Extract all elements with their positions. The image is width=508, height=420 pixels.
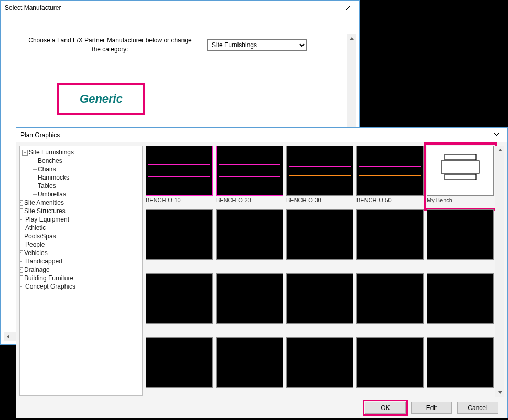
thumbnail-cell[interactable] [356, 209, 424, 271]
thumbnail-cell[interactable] [146, 273, 213, 335]
dialog-buttons: OK Edit Cancel [365, 402, 498, 414]
thumbnail-cell[interactable] [286, 209, 353, 271]
scroll-up-button[interactable] [495, 146, 504, 154]
chevron-up-icon [498, 149, 502, 151]
thumbnail-preview [216, 337, 283, 388]
tree-node[interactable]: +Vehicles [19, 249, 141, 257]
thumbnail-cell[interactable]: My Bench [425, 144, 495, 209]
expand-icon[interactable]: + [19, 267, 23, 273]
titlebar: Select Manufacturer [1, 1, 359, 15]
tree-label: Building Furniture [24, 274, 73, 282]
thumbnail-label: BENCH-O-20 [216, 196, 283, 203]
thumbnail-label [286, 388, 353, 389]
tree-node[interactable]: +Drainage [19, 266, 141, 274]
thumbnail-preview [286, 273, 353, 324]
tree-label: Site Structures [24, 207, 66, 215]
thumbnail-cell[interactable] [146, 209, 213, 271]
thumbnail-cell[interactable] [216, 273, 283, 335]
expand-icon[interactable]: + [19, 275, 23, 281]
scroll-left-button[interactable] [4, 332, 13, 341]
thumbnail-label [286, 260, 353, 261]
thumbnail-cell[interactable]: BENCH-O-30 [286, 146, 353, 207]
thumbnail-preview [146, 337, 213, 388]
tree-label: Site Amenities [24, 198, 64, 207]
cancel-button[interactable]: Cancel [457, 402, 498, 414]
thumbnail-preview [216, 146, 283, 196]
thumbnail-label [427, 260, 494, 261]
edit-button[interactable]: Edit [411, 402, 452, 414]
close-button[interactable] [337, 1, 359, 15]
collapse-icon[interactable]: − [22, 150, 28, 156]
thumbnail-label [216, 388, 283, 389]
ok-button[interactable]: OK [365, 402, 406, 414]
tree-label: Drainage [24, 266, 50, 274]
thumbnail-cell[interactable] [427, 209, 494, 271]
expand-icon[interactable]: + [19, 234, 23, 239]
chevron-down-icon [498, 391, 502, 394]
plan-graphics-dialog: Plan Graphics − Site Furnishings Benches… [16, 127, 508, 418]
tree-node[interactable]: +Pools/Spas [19, 232, 141, 240]
thumbnail-label: BENCH-O-10 [146, 196, 213, 203]
scroll-down-button[interactable] [495, 388, 504, 397]
thumbnail-cell[interactable] [427, 273, 494, 335]
dialog-title: Select Manufacturer [5, 4, 337, 12]
thumbnail-preview [216, 273, 283, 324]
thumbnail-preview [286, 209, 353, 260]
thumbnail-label [146, 260, 213, 261]
tree-leaf[interactable]: Tables [33, 182, 141, 190]
tree-node[interactable]: Concept Graphics [19, 282, 141, 291]
thumbnail-preview [427, 209, 494, 260]
scroll-up-button[interactable] [347, 34, 356, 43]
thumbnail-cell[interactable] [216, 209, 283, 271]
thumbnail-cell[interactable]: BENCH-O-50 [356, 146, 424, 207]
grid-scrollbar[interactable] [495, 146, 504, 397]
generic-label: Generic [80, 92, 123, 106]
dialog-title: Plan Graphics [20, 131, 485, 139]
tree-connector [19, 219, 23, 220]
category-tree: − Site Furnishings BenchesChairsHammocks… [19, 146, 143, 396]
thumbnail-cell[interactable] [356, 273, 424, 335]
thumbnail-cell[interactable]: BENCH-O-10 [146, 146, 213, 207]
thumbnail-preview [356, 337, 424, 388]
expand-icon[interactable]: + [19, 208, 23, 214]
tree-node-site-furnishings[interactable]: − Site Furnishings [22, 148, 141, 157]
tree-label: People [25, 240, 45, 249]
tree-node[interactable]: Play Equipment [19, 215, 141, 224]
tree-node[interactable]: +Building Furniture [19, 274, 141, 282]
tree-leaf[interactable]: Hammocks [33, 173, 141, 182]
titlebar: Plan Graphics [16, 128, 507, 142]
thumbnail-preview [356, 146, 424, 196]
thumbnail-label: BENCH-O-30 [286, 196, 353, 203]
thumbnail-cell[interactable] [146, 337, 213, 399]
generic-manufacturer-tile[interactable]: Generic [57, 83, 145, 115]
thumbnail-cell[interactable] [427, 337, 494, 399]
close-icon [494, 132, 499, 138]
thumbnail-label [356, 388, 424, 389]
expand-icon[interactable]: + [19, 200, 23, 206]
category-select[interactable]: Site Furnishings [207, 39, 307, 51]
thumbnail-preview [356, 273, 424, 324]
tree-leaf[interactable]: Benches [33, 157, 141, 165]
thumbnail-cell[interactable] [216, 337, 283, 399]
thumbnail-area: BENCH-O-10BENCH-O-20BENCH-O-30BENCH-O-50… [146, 146, 504, 396]
tree-node[interactable]: +Site Amenities [19, 198, 141, 207]
expand-icon[interactable]: + [19, 250, 23, 256]
tree-node[interactable]: Athletic [19, 224, 141, 232]
tree-leaf[interactable]: Umbrellas [33, 190, 141, 198]
thumbnail-preview [286, 146, 353, 196]
thumbnail-label [356, 260, 424, 261]
thumbnail-cell[interactable] [286, 273, 353, 335]
svg-rect-18 [445, 154, 476, 160]
tree-leaf[interactable]: Chairs [33, 165, 141, 173]
thumbnail-preview [286, 337, 353, 388]
thumbnail-cell[interactable]: BENCH-O-20 [216, 146, 283, 207]
tree-node[interactable]: People [19, 240, 141, 249]
tree-node[interactable]: Handicapped [19, 257, 141, 266]
thumbnail-preview [216, 209, 283, 260]
chevron-up-icon [350, 37, 354, 40]
tree-node[interactable]: +Site Structures [19, 207, 141, 215]
tree-connector [19, 286, 23, 287]
thumbnail-cell[interactable] [356, 337, 424, 399]
thumbnail-cell[interactable] [286, 337, 353, 399]
close-button[interactable] [485, 128, 507, 142]
